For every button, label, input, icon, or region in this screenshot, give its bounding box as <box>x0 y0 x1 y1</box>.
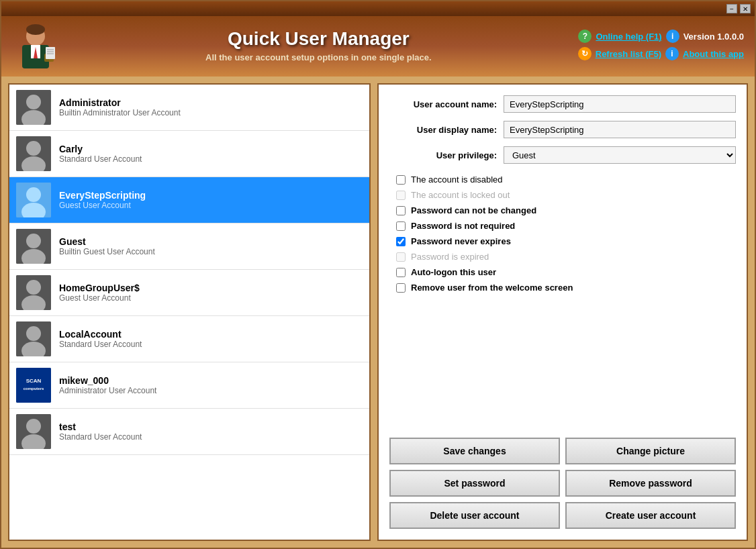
about-app-link[interactable]: About this app <box>683 49 744 59</box>
svg-rect-32 <box>21 392 46 400</box>
checkbox-row: The account is locked out <box>396 190 736 200</box>
close-button[interactable]: ✕ <box>740 4 751 13</box>
privilege-row: User privilege: Administrator Standard U… <box>389 146 736 164</box>
list-item[interactable]: HomeGroupUser$ Guest User Account <box>9 270 369 316</box>
user-name: mikew_000 <box>59 375 363 386</box>
user-info: Guest Builtin Guest User Account <box>59 236 363 256</box>
user-type: Guest User Account <box>59 201 363 210</box>
account-name-input[interactable] <box>504 95 736 113</box>
checkbox-row: The account is disabled <box>396 174 736 185</box>
user-name: Guest <box>59 236 363 247</box>
main-window: − ✕ <box>0 0 756 549</box>
list-item[interactable]: LocalAccount Standard User Account <box>9 316 369 362</box>
privilege-label: User privilege: <box>389 150 497 160</box>
checkbox-row: Password is expired <box>396 252 736 262</box>
checkbox-label: Auto-logon this user <box>411 267 496 277</box>
title-bar: − ✕ <box>1 1 755 16</box>
refresh-icon: ↻ <box>578 47 592 60</box>
avatar <box>16 90 51 125</box>
checkbox-label: Password never expires <box>411 236 511 246</box>
display-name-input[interactable] <box>504 121 736 138</box>
help-icon: ? <box>578 30 592 43</box>
app-subtitle: All the user account setup options in on… <box>205 52 432 62</box>
pwd-never-expires-checkbox[interactable] <box>396 237 406 246</box>
svg-point-21 <box>26 234 41 248</box>
user-info: LocalAccount Standard User Account <box>59 329 363 349</box>
avatar <box>16 275 51 310</box>
button-row-1: Save changes Change picture <box>389 438 736 464</box>
user-name: LocalAccount <box>59 329 363 340</box>
user-name: HomeGroupUser$ <box>59 283 363 293</box>
svg-point-18 <box>26 187 41 202</box>
svg-point-34 <box>26 419 41 434</box>
account-name-label: User account name: <box>389 99 497 109</box>
refresh-list-link[interactable]: Refresh list (F5) <box>596 49 661 59</box>
list-item[interactable]: EveryStepScripting Guest User Account <box>9 177 369 223</box>
checkbox-row: Password is not required <box>396 221 736 231</box>
version-label: Version 1.0.0.0 <box>683 32 744 42</box>
window-controls: − ✕ <box>726 4 751 13</box>
user-type: Standard User Account <box>59 154 363 164</box>
delete-user-button[interactable]: Delete user account <box>389 502 560 529</box>
pwd-cant-change-checkbox[interactable] <box>396 206 406 215</box>
create-user-button[interactable]: Create user account <box>565 502 736 529</box>
avatar <box>16 321 51 356</box>
user-type: Standard User Account <box>59 432 363 442</box>
list-item[interactable]: Administrator Builtin Administrator User… <box>9 85 369 131</box>
checkbox-label: Remove user from the welcome screen <box>411 283 573 293</box>
checkbox-row: Password never expires <box>396 236 736 246</box>
main-content: Administrator Builtin Administrator User… <box>1 77 755 548</box>
avatar <box>16 414 51 449</box>
svg-text:computers: computers <box>23 387 44 391</box>
checkbox-label: Password is expired <box>411 252 489 262</box>
auto-logon-checkbox[interactable] <box>396 268 406 277</box>
user-info: mikew_000 Administrator User Account <box>59 375 363 395</box>
checkbox-row: Auto-logon this user <box>396 267 736 277</box>
svg-point-24 <box>26 280 41 295</box>
checkboxes-section: The account is disabled The account is l… <box>389 174 736 293</box>
svg-point-2 <box>26 24 45 35</box>
remove-welcome-checkbox[interactable] <box>396 283 406 293</box>
user-type: Guest User Account <box>59 293 363 303</box>
user-type: Administrator User Account <box>59 386 363 395</box>
avatar <box>16 229 51 264</box>
checkbox-label: Password can not be changed <box>411 205 536 215</box>
checkbox-row: Password can not be changed <box>396 205 736 215</box>
svg-text:SCAN: SCAN <box>26 378 42 384</box>
list-item[interactable]: test Standard User Account <box>9 409 369 455</box>
button-row-3: Delete user account Create user account <box>389 502 736 529</box>
set-password-button[interactable]: Set password <box>389 470 560 497</box>
svg-point-12 <box>26 95 41 109</box>
version-icon: i <box>666 30 679 43</box>
user-info: Carly Standard User Account <box>59 144 363 164</box>
save-changes-button[interactable]: Save changes <box>389 438 560 464</box>
list-item[interactable]: Carly Standard User Account <box>9 131 369 177</box>
account-locked-checkbox[interactable] <box>396 191 406 200</box>
about-icon: i <box>665 47 679 60</box>
button-row-2: Set password Remove password <box>389 470 736 497</box>
user-name: EveryStepScripting <box>59 190 363 201</box>
user-type: Builtin Guest User Account <box>59 247 363 256</box>
checkbox-label: The account is locked out <box>411 190 510 200</box>
remove-password-button[interactable]: Remove password <box>565 470 736 497</box>
user-list-panel: Administrator Builtin Administrator User… <box>8 83 371 541</box>
pwd-not-required-checkbox[interactable] <box>396 221 406 231</box>
checkbox-row: Remove user from the welcome screen <box>396 283 736 293</box>
user-type: Standard User Account <box>59 340 363 349</box>
avatar: SCAN computers <box>16 368 51 403</box>
change-picture-button[interactable]: Change picture <box>565 438 736 464</box>
online-help-link[interactable]: Online help (F1) <box>596 32 661 42</box>
avatar <box>16 136 51 171</box>
pwd-expired-checkbox[interactable] <box>396 252 406 262</box>
user-info: test Standard User Account <box>59 421 363 442</box>
list-item[interactable]: SCAN computers mikew_000 Administrator U… <box>9 362 369 409</box>
user-name: Administrator <box>59 97 363 108</box>
minimize-button[interactable]: − <box>726 4 737 13</box>
list-item[interactable]: Guest Builtin Guest User Account <box>9 223 369 270</box>
user-type: Builtin Administrator User Account <box>59 108 363 117</box>
privilege-select[interactable]: Administrator Standard User Guest <box>504 146 736 164</box>
checkbox-label: Password is not required <box>411 221 515 231</box>
buttons-section: Save changes Change picture Set password… <box>389 438 736 529</box>
account-disabled-checkbox[interactable] <box>396 175 406 185</box>
svg-rect-7 <box>46 47 55 59</box>
